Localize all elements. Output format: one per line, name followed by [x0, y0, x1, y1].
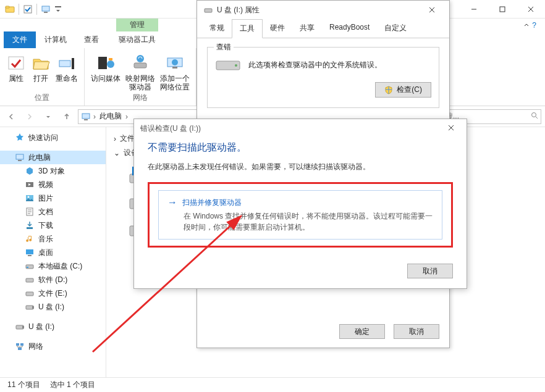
dialog-heading: 不需要扫描此驱动器。 — [148, 141, 453, 154]
network-location-icon — [165, 53, 185, 73]
ribbon-access-media[interactable]: 访问媒体 — [91, 51, 120, 83]
cancel-button[interactable]: 取消 — [407, 264, 453, 278]
media-icon — [96, 53, 116, 73]
svg-rect-9 — [72, 58, 74, 69]
video-icon — [25, 180, 35, 190]
nav-desktop[interactable]: 桌面 — [0, 246, 106, 259]
svg-rect-31 — [27, 267, 28, 268]
folder-open-icon — [31, 53, 51, 73]
maximize-button[interactable] — [488, 0, 517, 19]
ok-button[interactable]: 确定 — [339, 324, 385, 339]
tab-readyboost[interactable]: ReadyBoost — [322, 19, 377, 38]
qat-check-icon[interactable] — [23, 4, 33, 14]
svg-rect-12 — [109, 58, 112, 60]
ribbon-rename[interactable]: 重命名 — [56, 51, 78, 83]
nav-drive-d[interactable]: 软件 (D:) — [0, 273, 106, 286]
scan-repair-option[interactable]: → 扫描并修复驱动器 在 Windows 查找并修复任何错误时，将不能使用驱动器… — [158, 190, 442, 240]
svg-rect-10 — [98, 57, 107, 69]
tab-view[interactable]: 查看 — [75, 31, 108, 48]
drive-icon — [25, 261, 35, 271]
tab-general[interactable]: 常规 — [202, 19, 232, 38]
tab-share[interactable]: 共享 — [292, 19, 322, 38]
nav-pictures[interactable]: 图片 — [0, 191, 106, 205]
dialog-message: 在此驱动器上未发现任何错误。如果需要，可以继续扫描该驱动器。 — [148, 162, 453, 172]
ribbon-open[interactable]: 打开 — [31, 51, 51, 83]
nav-videos[interactable]: 视频 — [0, 178, 106, 191]
svg-rect-6 — [500, 7, 505, 12]
nav-network[interactable]: 网络 — [0, 340, 106, 353]
svg-rect-37 — [22, 326, 24, 328]
breadcrumb-item[interactable]: 此电脑 — [98, 111, 123, 122]
drive-icon — [25, 288, 35, 298]
svg-rect-22 — [18, 160, 22, 161]
tab-tools[interactable]: 工具 — [232, 19, 263, 38]
svg-rect-35 — [32, 306, 34, 309]
tab-custom[interactable]: 自定义 — [377, 19, 414, 38]
svg-point-25 — [28, 196, 30, 198]
nav-forward-button[interactable] — [22, 109, 37, 124]
qat-computer-icon[interactable] — [41, 4, 51, 14]
dialog-footer: 确定 取消 — [197, 318, 449, 348]
nav-downloads[interactable]: 下载 — [0, 219, 106, 232]
close-button[interactable] — [442, 124, 460, 133]
tab-drive-tools[interactable]: 驱动器工具 — [110, 31, 164, 48]
nav-drive-e[interactable]: 文件 (E:) — [0, 286, 106, 300]
dialog-titlebar: U 盘 (I:) 属性 — [197, 1, 449, 19]
status-selection: 选中 1 个项目 — [50, 380, 95, 390]
nav-history-button[interactable] — [41, 109, 56, 124]
music-icon — [25, 234, 35, 244]
ribbon-map-drive[interactable]: 映射网络 驱动器 — [125, 51, 155, 91]
ribbon-collapse-button[interactable] — [523, 22, 530, 28]
check-button[interactable]: 检查(C) — [375, 82, 431, 98]
svg-rect-27 — [27, 227, 33, 229]
nav-quick-access[interactable]: 快速访问 — [0, 131, 106, 144]
tab-computer[interactable]: 计算机 — [36, 31, 75, 48]
cancel-button[interactable]: 取消 — [394, 324, 439, 339]
help-button[interactable]: ? — [532, 21, 536, 30]
svg-point-11 — [107, 60, 114, 68]
nav-drive-i[interactable]: U 盘 (I:) — [0, 300, 106, 314]
tab-file[interactable]: 文件 — [4, 31, 36, 48]
svg-rect-19 — [84, 119, 88, 120]
svg-point-14 — [137, 55, 144, 62]
svg-rect-3 — [42, 6, 49, 11]
svg-rect-38 — [16, 343, 19, 346]
nav-3d-objects[interactable]: 3D 对象 — [0, 164, 106, 178]
computer-icon — [81, 112, 91, 122]
ribbon-properties[interactable]: 属性 — [6, 51, 26, 83]
search-icon — [531, 112, 538, 121]
nav-this-pc[interactable]: 此电脑 — [0, 151, 106, 164]
svg-rect-5 — [55, 6, 61, 7]
document-icon — [25, 207, 35, 217]
nav-documents[interactable]: 文档 — [0, 205, 106, 219]
svg-rect-21 — [16, 154, 23, 159]
minimize-button[interactable] — [460, 0, 488, 19]
svg-rect-28 — [26, 249, 33, 254]
close-button[interactable] — [421, 2, 443, 18]
chevron-right-icon[interactable]: › — [93, 112, 96, 121]
dialog-tabs: 常规 工具 硬件 共享 ReadyBoost 自定义 — [197, 19, 449, 38]
rename-icon — [57, 53, 77, 73]
tab-hardware[interactable]: 硬件 — [263, 19, 292, 38]
svg-point-20 — [532, 113, 536, 117]
nav-drive-c[interactable]: 本地磁盘 (C:) — [0, 259, 106, 273]
usb-icon — [15, 322, 25, 332]
drive-icon — [25, 275, 35, 285]
nav-back-button[interactable] — [4, 109, 19, 124]
svg-rect-39 — [20, 343, 23, 346]
nav-usb-root[interactable]: U 盘 (I:) — [0, 320, 106, 333]
folder-icon — [5, 4, 15, 14]
dialog-titlebar: 错误检查(U 盘 (I:)) — [134, 119, 467, 138]
nav-up-button[interactable] — [59, 109, 74, 124]
picture-icon — [25, 193, 35, 203]
star-icon — [15, 133, 25, 143]
cube-icon — [25, 166, 35, 176]
ribbon-group-network: 访问媒体 映射网络 驱动器 添加一个 网络位置 网络 — [85, 48, 196, 106]
chevron-right-icon[interactable]: › — [125, 112, 128, 121]
error-checking-group: 查错 此选项将检查驱动器中的文件系统错误。 检查(C) — [207, 47, 439, 108]
nav-music[interactable]: 音乐 — [0, 232, 106, 246]
drive-icon — [215, 56, 241, 73]
close-button[interactable] — [517, 0, 545, 19]
qat-dropdown-icon[interactable] — [53, 4, 63, 14]
ribbon-add-network-location[interactable]: 添加一个 网络位置 — [160, 51, 190, 91]
